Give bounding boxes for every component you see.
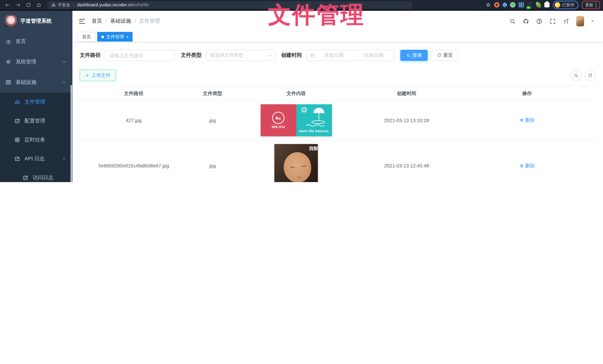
sidebar-item-label: 首页 (16, 38, 26, 45)
sidebar-item-config-management[interactable]: 配置管理 (0, 111, 72, 130)
edit-icon (14, 118, 20, 124)
reset-button[interactable]: 重置 (431, 50, 458, 61)
table-row: 427.jpg jpg 996.ICU (80, 101, 596, 140)
chevron-down-icon (268, 53, 272, 57)
sidebar-item-label: API 日志 (24, 155, 45, 162)
bookmark-star-icon[interactable] (486, 2, 491, 7)
timer-icon (14, 137, 20, 143)
profile-emoji-icon (555, 2, 560, 8)
create-time-label: 创建时间 (281, 52, 302, 59)
cell-file-path: 5e8609290e915c4fa8b08e67.jpg (80, 163, 187, 169)
browser-toolbar: ✓ on 已暂停 更新 (486, 0, 600, 10)
extension-leaf-icon[interactable] (535, 2, 541, 8)
trash-icon (519, 163, 524, 168)
date-start-placeholder: 开始日期 (317, 52, 351, 59)
search-icon[interactable] (510, 18, 516, 24)
tab-home[interactable]: 首页 (78, 32, 95, 42)
date-separator: - (353, 53, 355, 58)
table-header-row: 文件路径 文件类型 文件内容 创建时间 操作 (80, 87, 596, 101)
trash-icon (519, 118, 524, 123)
toggle-search-button[interactable] (571, 70, 581, 81)
header-actions (510, 16, 594, 26)
url-divider (73, 3, 74, 7)
paused-label: 已暂停 (562, 2, 574, 8)
log-icon (14, 156, 20, 161)
breadcrumb-infrastructure[interactable]: 基础设施 (110, 18, 131, 24)
browser-back-icon[interactable] (5, 2, 10, 8)
plus-icon (85, 73, 90, 78)
cell-file-content: 996.ICU (238, 104, 355, 136)
chevron-up-icon (62, 80, 66, 84)
hamburger-icon[interactable] (79, 19, 85, 23)
cell-actions: 删除 (459, 162, 596, 169)
breadcrumb-separator: / (105, 18, 107, 24)
tab-close-icon[interactable]: × (126, 35, 129, 39)
delete-button[interactable]: 删除 (519, 162, 535, 169)
search-button[interactable]: 搜索 (400, 50, 428, 61)
help-icon[interactable] (536, 18, 543, 24)
browser-update-button[interactable]: 更新 (582, 0, 600, 9)
annotation-title: 文件管理 (268, 2, 365, 27)
file-table: 文件路径 文件类型 文件内容 创建时间 操作 427.jpg jpg (80, 86, 596, 182)
sidebar-item-label: 文件管理 (24, 99, 45, 105)
app-logo-row[interactable]: 芋道管理系统 (0, 11, 72, 31)
sidebar-item-system[interactable]: 系统管理 (0, 52, 72, 72)
security-label: 不安全 (58, 2, 70, 8)
beach-umbrella-icon (296, 104, 332, 131)
delete-button[interactable]: 删除 (519, 117, 535, 124)
refresh-table-button[interactable] (585, 70, 596, 81)
sidebar-item-scheduled-jobs[interactable]: 定时任务 (0, 130, 72, 149)
upload-file-button[interactable]: 上传文件 (80, 70, 116, 81)
calendar-icon (310, 53, 315, 58)
sidebar-item-access-log[interactable]: 访问日志 (0, 168, 72, 182)
tabbar: 首页 文件管理 × (72, 32, 603, 42)
cell-created-time: 2021-03-13 12:45:48 (355, 163, 459, 169)
file-type-label: 文件类型 (181, 52, 202, 59)
sidebar-item-label: 定时任务 (24, 136, 45, 143)
cloud-upload-icon (14, 99, 20, 105)
date-end-placeholder: 结束日期 (357, 52, 391, 59)
sidebar-submenu-infrastructure: 文件管理 配置管理 定时任务 API 日志 访问日志 错误日志 (0, 92, 72, 182)
extension-check-icon[interactable]: ✓ (510, 2, 515, 7)
sidebar-item-home[interactable]: 首页 (0, 31, 72, 52)
cell-created-time: 2021-03-13 13:10:28 (355, 117, 459, 123)
sidebar-item-api-log[interactable]: API 日志 (0, 149, 72, 168)
user-avatar[interactable] (576, 16, 584, 26)
chevron-down-icon (62, 60, 66, 64)
tab-file-management[interactable]: 文件管理 × (97, 32, 133, 42)
refresh-icon (588, 73, 593, 78)
fullscreen-icon[interactable] (550, 18, 556, 24)
warning-icon (51, 3, 56, 7)
cell-file-type: jpg (187, 163, 238, 169)
user-menu-caret-icon[interactable] (591, 20, 594, 23)
file-path-input[interactable] (105, 50, 174, 61)
table-row: 5e8609290e915c4fa8b08e67.jpg jpg 我裂开了 20… (80, 140, 596, 182)
file-type-select[interactable]: 请选择文件类型 (206, 50, 276, 61)
github-icon[interactable] (523, 18, 529, 24)
extension-switch-icon[interactable]: on (527, 2, 533, 7)
browser-forward-icon[interactable] (15, 2, 21, 8)
sidebar-item-file-management[interactable]: 文件管理 (0, 92, 72, 111)
browser-home-icon[interactable] (36, 2, 42, 8)
cell-file-type: jpg (187, 117, 238, 123)
extension-bars-icon[interactable] (519, 2, 524, 7)
extension-drop-icon[interactable] (502, 2, 508, 8)
breadcrumb-home[interactable]: 首页 (92, 18, 102, 24)
profile-paused-badge[interactable]: 已暂停 (553, 0, 579, 9)
app-title: 芋道管理系统 (20, 18, 52, 24)
extensions-puzzle-icon[interactable] (544, 2, 550, 7)
browser-menu-icon[interactable] (596, 2, 597, 7)
browser-reload-icon[interactable] (26, 2, 31, 8)
tab-active-dot (101, 35, 104, 38)
dashboard-icon (6, 39, 11, 44)
sidebar-scrollbar[interactable] (70, 85, 72, 182)
breadcrumb: 首页 / 基础设施 / 文件管理 (92, 18, 160, 24)
font-size-icon[interactable] (563, 18, 569, 24)
extension-adblock-icon[interactable] (494, 2, 499, 7)
page-content: 文件路径 文件类型 请选择文件类型 创建时间 开始日期 - 结束日期 (72, 42, 603, 182)
file-path-label: 文件路径 (80, 52, 101, 59)
breadcrumb-separator: / (134, 18, 136, 24)
date-range-picker[interactable]: 开始日期 - 结束日期 (306, 50, 394, 61)
sidebar-item-label: 系统管理 (16, 58, 36, 65)
sidebar-item-infrastructure[interactable]: 基础设施 (0, 72, 72, 92)
